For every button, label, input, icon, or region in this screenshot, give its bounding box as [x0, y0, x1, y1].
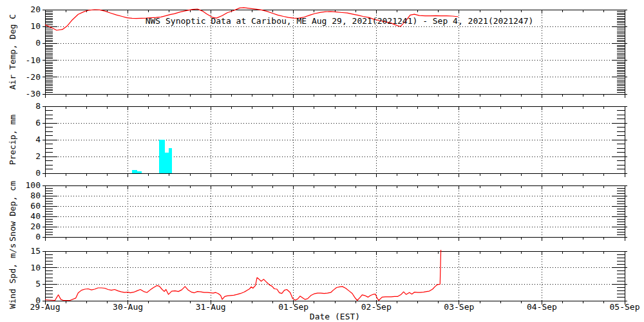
y-tick-label: -10	[26, 55, 41, 65]
panel-precip: 86420Precip, mm	[8, 101, 627, 178]
y-tick-label: 5	[35, 279, 41, 289]
y-tick-label: 8	[35, 101, 41, 111]
chart-title: NWS Synoptic Data at Caribou, ME Aug 29,…	[146, 16, 534, 26]
precip-bar	[132, 170, 137, 173]
y-tick-label: 15	[30, 246, 41, 256]
x-tick-label: 31-Aug	[196, 302, 226, 312]
wind-speed-line	[45, 250, 441, 301]
x-tick-label: 01-Sep	[278, 302, 308, 312]
x-tick-label: 03-Sep	[444, 302, 474, 312]
y-tick-label: 4	[35, 135, 41, 144]
y-tick-label: 2	[35, 151, 41, 161]
y-tick-label: -20	[26, 72, 41, 82]
precip-bar	[159, 140, 165, 173]
panel-border	[45, 251, 625, 301]
y-tick-label: 40	[30, 211, 41, 221]
precip-bar	[165, 153, 168, 174]
synoptic-chart: 20100-10-20-30Air Temp, Deg C86420Precip…	[0, 0, 644, 322]
x-axis-labels: 29-Aug30-Aug31-Aug01-Sep02-Sep03-Sep04-S…	[30, 302, 640, 321]
precip-bar	[169, 148, 172, 173]
y-axis-title-snow-dep: Snow Dep, cm	[8, 181, 17, 242]
y-tick-label: 0	[35, 38, 41, 48]
y-tick-label: 60	[30, 201, 41, 211]
y-tick-label: 0	[35, 168, 41, 178]
x-tick-label: 05-Sep	[610, 302, 640, 312]
y-axis-title-precip: Precip, mm	[8, 115, 17, 165]
y-tick-label: 10	[30, 21, 41, 31]
y-tick-label: 20	[30, 222, 41, 231]
y-axis-title-air-temp: Air Temp, Deg C	[8, 14, 17, 90]
x-tick-label: 30-Aug	[113, 302, 143, 312]
y-tick-label: 20	[30, 5, 41, 14]
synoptic-plot-page: 20100-10-20-30Air Temp, Deg C86420Precip…	[0, 0, 644, 322]
y-tick-label: 10	[30, 263, 41, 272]
panel-wind-spd: 151050Wind Spd, m/s	[8, 243, 627, 309]
panel-snow-dep: 100806040200Snow Dep, cm	[8, 180, 627, 242]
y-tick-label: 0	[35, 232, 41, 242]
y-tick-label: 6	[35, 118, 41, 128]
x-axis-title: Date (EST)	[310, 312, 360, 321]
x-tick-label: 02-Sep	[361, 302, 392, 312]
panel-border	[45, 185, 625, 237]
y-axis-title-wind-spd: Wind Spd, m/s	[8, 243, 17, 309]
y-tick-label: 100	[26, 180, 41, 190]
y-tick-label: -30	[26, 89, 41, 99]
y-tick-label: 80	[30, 191, 41, 200]
precip-bar	[137, 171, 142, 173]
x-tick-label: 04-Sep	[527, 302, 557, 312]
x-tick-label: 29-Aug	[30, 302, 61, 312]
